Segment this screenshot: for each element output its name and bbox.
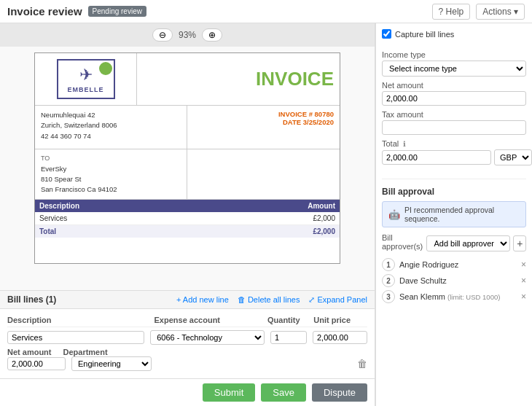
approver-list: 1 Angie Rodriguez × 2 Dave Schultz × 3 S… — [382, 258, 526, 303]
approver-item-3: 3 Sean Klemm (limit: USD 1000) × — [382, 290, 526, 303]
header-right: ? Help Actions — [432, 4, 525, 20]
zoom-out-button[interactable]: ⊖ — [152, 28, 173, 42]
submit-button[interactable]: Submit — [203, 383, 255, 402]
save-button[interactable]: Save — [261, 383, 306, 402]
invoice-header-row: ✈ EMBELLE INVOICE — [35, 53, 340, 106]
approver-num-2: 2 — [382, 274, 395, 287]
plus-icon: + — [517, 238, 523, 249]
bill-line-net-amount-input[interactable] — [7, 357, 66, 370]
tax-amount-field: Tax amount — [382, 110, 526, 135]
bill-line-row2: Net amount Department — [7, 348, 367, 356]
bill-line-row: 6066 - Technology — [7, 330, 367, 345]
bill-lines-header: Bill lines (1) + Add new line 🗑 Delete a… — [0, 291, 375, 309]
invoice-date: DATE 3/25/2020 — [193, 118, 334, 126]
income-type-select[interactable]: Select income type — [382, 60, 526, 77]
approver-name-3: Sean Klemm (limit: USD 1000) — [399, 292, 517, 301]
add-bill-approver-select[interactable]: Add bill approver — [426, 235, 510, 251]
col-header-unit-price: Unit price — [313, 316, 367, 324]
invoice-number: INVOICE # 80780 — [193, 110, 334, 118]
bill-line-delete-icon[interactable]: 🗑 — [357, 358, 367, 370]
bill-lines-table: Description Expense account Quantity Uni… — [0, 309, 375, 378]
page-title: Invoice review — [7, 5, 82, 17]
viewer-toolbar: ⊖ 93% ⊕ — [0, 23, 375, 47]
bill-lines-panel: Bill lines (1) + Add new line 🗑 Delete a… — [0, 290, 375, 378]
zoom-in-button[interactable]: ⊕ — [202, 28, 222, 42]
table-cell-total-amount: £2,000 — [210, 225, 340, 238]
add-new-line-button[interactable]: + Add new line — [176, 295, 229, 304]
invoice-date-value: 3/25/2020 — [303, 118, 334, 126]
net-amount-label: Net amount — [382, 81, 526, 90]
tax-amount-input[interactable] — [382, 120, 526, 135]
bill-line-department-select[interactable]: Engineering — [71, 356, 152, 371]
bill-lines-title: Bill lines (1) — [7, 294, 56, 305]
capture-bill-lines-checkbox[interactable] — [382, 29, 391, 39]
actions-button[interactable]: Actions — [476, 4, 525, 20]
logo-circle — [99, 62, 112, 75]
bill-line-quantity-input[interactable] — [270, 331, 307, 344]
table-cell-description: Services — [35, 212, 210, 225]
main-layout: ⊖ 93% ⊕ ✈ — [0, 23, 532, 406]
approver-num-3: 3 — [382, 290, 395, 303]
bill-approval-title: Bill approval — [382, 187, 526, 197]
invoice-to-right — [187, 149, 340, 199]
add-approver-button[interactable]: + — [513, 235, 526, 251]
divider — [382, 179, 526, 179]
invoice-to-row: TO EverSky810 Spear StSan Francisco Ca 9… — [35, 149, 340, 200]
capture-bill-lines-label: Capture bill lines — [395, 30, 454, 39]
bill-approvers-label: Bill approver(s) — [382, 233, 423, 251]
approver-remove-2[interactable]: × — [521, 276, 526, 286]
approver-name-1: Angie Rodriguez — [399, 260, 517, 269]
department-label: Department — [63, 348, 108, 356]
invoice-viewer: ⊖ 93% ⊕ ✈ — [0, 23, 375, 290]
invoice-table: Description Amount Services £2,000 — [35, 200, 340, 238]
invoice-document: ✈ EMBELLE INVOICE — [34, 52, 340, 264]
bill-line-description-input[interactable] — [7, 331, 144, 344]
total-label: Total ℹ — [382, 139, 526, 148]
approver-name-2: Dave Schultz — [399, 276, 517, 285]
logo-box: ✈ EMBELLE — [57, 59, 115, 99]
net-amount-label: Net amount — [7, 348, 52, 356]
bill-lines-col-headers: Description Expense account Quantity Uni… — [7, 313, 367, 327]
invoice-table-header-amount: Amount — [210, 200, 340, 212]
invoice-logo: ✈ EMBELLE — [35, 53, 137, 105]
approver-remove-1[interactable]: × — [521, 259, 526, 270]
invoice-number-label: INVOICE # — [278, 110, 313, 118]
capture-bill-lines-section: Capture bill lines — [382, 29, 526, 43]
approver-add-row: Bill approver(s) Add bill approver + — [382, 233, 526, 254]
logo-bird-icon: ✈ — [79, 66, 93, 85]
table-cell-amount: £2,000 — [210, 212, 340, 225]
total-info-icon: ℹ — [403, 140, 406, 148]
invoice-date-label: DATE — [283, 118, 301, 126]
approval-info-text: PI recommended approval sequence. — [404, 206, 520, 223]
approver-limit-3: (limit: USD 1000) — [447, 293, 500, 301]
help-button[interactable]: ? Help — [432, 4, 471, 20]
total-row: GBP — [382, 149, 526, 165]
col-header-expense: Expense account — [154, 316, 262, 324]
dispute-button[interactable]: Dispute — [312, 383, 367, 402]
expand-icon: ⤢ — [308, 295, 315, 304]
bill-line-unit-price-input[interactable] — [313, 331, 367, 344]
ai-icon: 🤖 — [388, 209, 400, 220]
invoice-address-row: Neumuhlequai 42Zurich, Switzerland 80064… — [35, 106, 340, 149]
delete-all-lines-button[interactable]: 🗑 Delete all lines — [238, 295, 300, 304]
col-header-quantity: Quantity — [267, 316, 308, 324]
approver-remove-3[interactable]: × — [521, 292, 526, 302]
net-amount-input[interactable] — [382, 91, 526, 106]
expand-panel-button[interactable]: ⤢ Expand Panel — [308, 295, 367, 305]
table-cell-total-label: Total — [35, 225, 210, 238]
approver-item-2: 2 Dave Schultz × — [382, 274, 526, 287]
invoice-from: Neumuhlequai 42Zurich, Switzerland 80064… — [35, 106, 187, 149]
invoice-to: TO EverSky810 Spear StSan Francisco Ca 9… — [35, 149, 187, 199]
total-input[interactable] — [382, 150, 491, 165]
bill-line-row3: Engineering 🗑 — [7, 356, 367, 371]
bill-line-expense-account-select[interactable]: 6066 - Technology — [150, 330, 265, 345]
currency-select[interactable]: GBP — [494, 149, 532, 165]
header-left: Invoice review Pending review — [7, 5, 146, 17]
invoice-title: INVOICE — [256, 68, 334, 90]
zoom-out-icon: ⊖ — [159, 30, 166, 40]
income-type-field: Income type Select income type — [382, 50, 526, 77]
trash-icon: 🗑 — [238, 295, 246, 304]
right-panel: Capture bill lines Income type Select in… — [375, 23, 532, 406]
col-header-description: Description — [7, 316, 149, 324]
invoice-meta: INVOICE # 80780 DATE 3/25/2020 — [187, 106, 340, 149]
